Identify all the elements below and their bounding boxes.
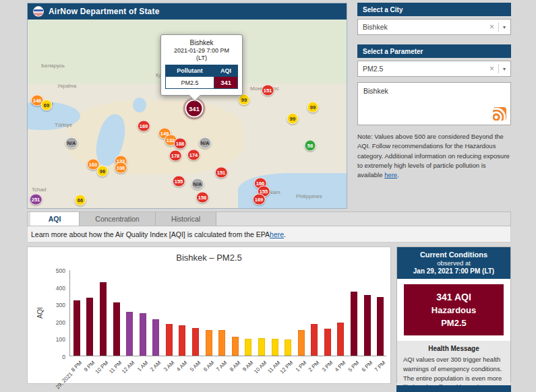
city-select[interactable]: Bishkek × ▾ <box>357 19 511 35</box>
aqi-marker[interactable]: 251 <box>30 194 42 205</box>
chart-bar[interactable] <box>232 337 239 356</box>
chart-bar[interactable] <box>179 325 185 356</box>
chart-bar[interactable] <box>126 312 133 356</box>
y-axis-label: 0 <box>48 354 65 360</box>
x-axis-label: 12 AM <box>121 360 136 374</box>
aqi-marker[interactable]: 169 <box>138 121 150 132</box>
aqi-marker[interactable]: N/A <box>191 178 204 190</box>
learn-more-here-link[interactable]: here <box>270 230 284 238</box>
x-axis-label: 10 AM <box>253 360 268 374</box>
chart-bar[interactable] <box>86 298 93 356</box>
popup-table: Pollutant AQI PM2.5 341 <box>165 65 238 89</box>
y-axis-label: 300 <box>48 302 65 308</box>
chevron-down-icon[interactable]: ▾ <box>503 66 506 72</box>
map-popup: Bishkek 2021-01-29 7:00 PM (LT) Pollutan… <box>160 34 243 96</box>
clear-icon[interactable]: × <box>489 64 494 73</box>
map-country-label: Беларусь <box>41 63 65 69</box>
chart-bar[interactable] <box>337 323 344 356</box>
x-axis-label: 2 AM <box>149 360 162 372</box>
aqi-marker[interactable]: 108 <box>115 162 127 174</box>
chevron-down-icon[interactable]: ▾ <box>503 24 506 30</box>
x-axis-label: 3 AM <box>162 360 175 372</box>
x-axis-label: 1 AM <box>136 360 149 372</box>
chart-bar[interactable] <box>324 329 331 356</box>
current-conditions-card: Current Conditions observed at Jan 29, 2… <box>396 247 511 383</box>
y-axis-label: 400 <box>48 285 65 292</box>
aqi-marker[interactable]: 66 <box>75 195 86 206</box>
aqi-category: Hazardous <box>407 305 501 315</box>
chart-bar[interactable] <box>192 328 199 356</box>
chart-bar[interactable] <box>351 292 357 356</box>
aqi-marker[interactable]: 178 <box>169 150 182 162</box>
aqi-marker[interactable]: 155 <box>173 176 185 187</box>
chart-bar[interactable] <box>298 330 305 356</box>
x-axis-date-label: 29, 2021 <box>55 371 73 390</box>
map-country-label: Philippines <box>296 193 322 199</box>
chart-bar[interactable] <box>258 338 265 356</box>
select-parameter-header: Select a Parameter <box>357 44 511 58</box>
aqi-marker[interactable]: 99 <box>287 113 299 125</box>
aqi-note: Note: Values above 500 are considered Be… <box>357 132 511 180</box>
note-suffix: . <box>397 171 399 178</box>
aqi-value-box: 341 AQI Hazardous PM2.5 <box>404 284 504 335</box>
aqi-marker[interactable]: 151 <box>215 167 228 178</box>
aral-sea <box>133 98 146 112</box>
chart-bar[interactable] <box>311 324 318 356</box>
chart-bar[interactable] <box>272 339 278 356</box>
map-section: AirNow Department of State Bishkek 2021-… <box>27 3 347 209</box>
aqi-marker[interactable]: 58 <box>305 140 316 152</box>
page: AirNow Department of State Bishkek 2021-… <box>0 0 536 392</box>
aqi-marker[interactable]: 99 <box>307 102 319 113</box>
popup-col-aqi: AQI <box>214 65 238 77</box>
aqi-marker[interactable]: 341 <box>185 100 204 118</box>
x-axis-label: 8 PM <box>70 360 84 373</box>
chart-bar[interactable] <box>285 339 291 356</box>
popup-col-pollutant: Pollutant <box>166 65 214 77</box>
chart-bar[interactable] <box>100 282 107 356</box>
chart-bar[interactable] <box>245 339 251 356</box>
chart-bar[interactable] <box>113 302 120 356</box>
x-axis-label: 8 AM <box>229 360 241 372</box>
aqi-marker[interactable]: 69 <box>41 100 53 111</box>
aqi-marker[interactable]: 151 <box>262 85 274 96</box>
conditions-datetime: Jan 29, 2021 7:00 PM (LT) <box>400 267 508 275</box>
chart-bar[interactable] <box>152 319 159 356</box>
chart-bar[interactable] <box>218 330 225 356</box>
chart-bar[interactable] <box>140 313 146 356</box>
map-country-label: Tchad <box>32 187 46 193</box>
aqi-marker[interactable]: 158 <box>196 192 209 203</box>
health-message-title: Health Message <box>403 345 504 352</box>
aqi-marker[interactable]: 96 <box>97 166 109 177</box>
map-country-label: Україна <box>57 83 76 89</box>
note-here-link[interactable]: here <box>384 171 397 178</box>
popup-aqi-value: 341 <box>214 77 238 89</box>
map-body[interactable]: Bishkek 2021-01-29 7:00 PM (LT) Pollutan… <box>28 20 347 208</box>
x-axis-label: 7 PM <box>374 360 387 373</box>
tab-historical[interactable]: Historical <box>156 212 216 226</box>
learn-more-suffix: . <box>284 230 286 238</box>
clear-icon[interactable]: × <box>489 22 494 32</box>
chart-bar[interactable] <box>364 295 371 356</box>
dropdown-divider <box>498 64 499 73</box>
popup-pollutant-value: PM2.5 <box>166 77 214 89</box>
parameter-select[interactable]: PM2.5 × ▾ <box>357 61 511 77</box>
rss-icon[interactable] <box>493 107 506 121</box>
tab-aqi[interactable]: AQI <box>30 212 80 226</box>
chart-card: Bishkek – PM2.5 AQI 8 PM9 PM10 PM11 PM12… <box>27 247 391 384</box>
x-axis-label: 2 PM <box>307 360 321 373</box>
aqi-marker[interactable]: 99 <box>239 94 250 106</box>
tab-concentration[interactable]: Concentration <box>80 212 156 226</box>
chart-bar[interactable] <box>73 300 80 356</box>
chart-bar[interactable] <box>166 324 173 356</box>
x-axis-label: 6 PM <box>360 360 374 373</box>
chart-bar[interactable] <box>206 330 212 356</box>
x-axis-label: 5 PM <box>347 360 361 373</box>
aqi-marker[interactable]: N/A <box>199 137 212 149</box>
aqi-marker[interactable]: 174 <box>187 150 200 161</box>
aqi-marker[interactable]: 169 <box>253 194 266 205</box>
chart-bar[interactable] <box>377 297 384 356</box>
x-axis-label: 4 AM <box>176 360 189 372</box>
aqi-marker[interactable]: N/A <box>65 137 78 149</box>
health-message-section: Health Message AQI values over 300 trigg… <box>397 341 510 392</box>
aqi-marker[interactable]: 188 <box>174 138 187 150</box>
